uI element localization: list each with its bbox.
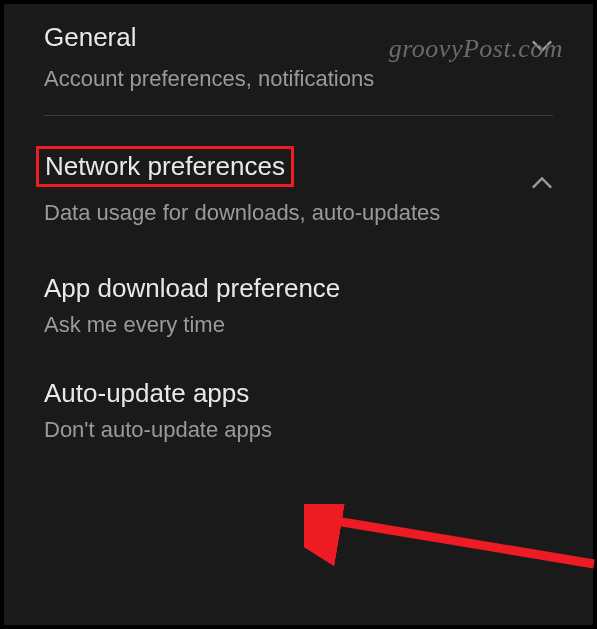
section-network[interactable]: Network preferences Data usage for downl…: [4, 116, 593, 255]
arrow-annotation-icon: [304, 504, 597, 594]
highlight-annotation: Network preferences: [36, 146, 294, 187]
download-subtitle: Ask me every time: [44, 312, 553, 338]
network-subtitle: Data usage for downloads, auto-updates: [44, 197, 553, 229]
item-auto-update-apps[interactable]: Auto-update apps Don't auto-update apps: [4, 356, 593, 461]
autoupdate-title: Auto-update apps: [44, 378, 553, 409]
autoupdate-subtitle: Don't auto-update apps: [44, 417, 553, 443]
general-subtitle: Account preferences, notifications: [44, 63, 553, 95]
download-title: App download preference: [44, 273, 553, 304]
settings-screen: groovyPost.com General Account preferenc…: [4, 4, 593, 625]
network-title: Network preferences: [45, 151, 285, 182]
item-app-download-preference[interactable]: App download preference Ask me every tim…: [4, 255, 593, 356]
watermark-text: groovyPost.com: [389, 34, 563, 64]
svg-line-1: [324, 519, 594, 564]
chevron-up-icon[interactable]: [531, 176, 553, 194]
